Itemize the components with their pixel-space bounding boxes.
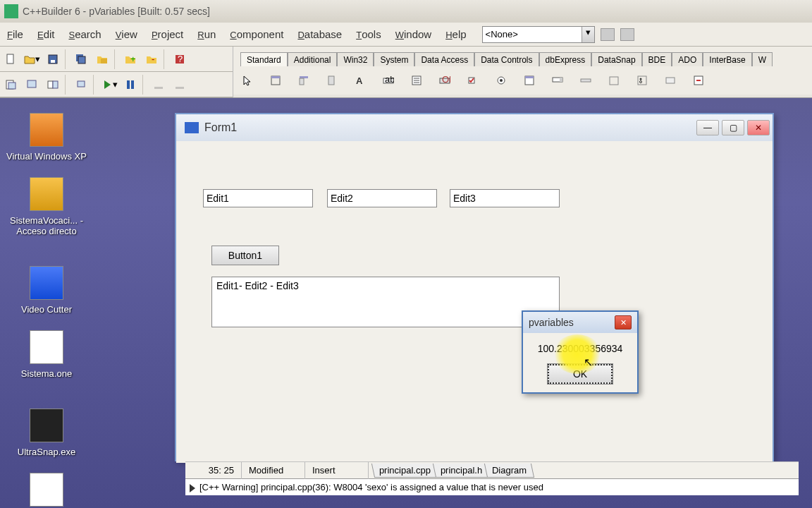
edit-component-icon[interactable]: ab — [379, 71, 398, 90]
combobox-icon[interactable] — [548, 71, 567, 90]
svg-text:-: - — [152, 54, 154, 64]
menu-search[interactable]: Search — [61, 25, 108, 43]
radiobutton-component-icon[interactable] — [491, 71, 511, 90]
memo1[interactable]: Edit1- Edit2 - Edit3 — [211, 277, 560, 327]
menu-help[interactable]: Help — [438, 25, 473, 43]
modified-indicator: Modified — [242, 462, 305, 479]
svg-rect-2 — [51, 60, 55, 63]
tab-principal-h[interactable]: principal.h — [433, 464, 491, 478]
listbox-icon[interactable] — [519, 71, 539, 90]
form-body[interactable]: Button1 Edit1- Edit2 - Edit3 — [176, 141, 773, 463]
memo-icon[interactable] — [407, 71, 426, 90]
desktop-icon-virtual-windows[interactable]: Virtual Windows XP — [4, 113, 89, 162]
toggle-form-unit-icon[interactable] — [44, 75, 62, 94]
menu-component[interactable]: Component — [223, 25, 290, 43]
tab-interbase[interactable]: InterBase — [703, 52, 751, 66]
open-project-icon[interactable] — [93, 50, 111, 68]
tab-data-controls[interactable]: Data Controls — [474, 52, 539, 66]
mainmenu-icon[interactable] — [294, 71, 314, 90]
scrollbar-icon[interactable] — [576, 71, 596, 90]
menu-database[interactable]: Database — [290, 25, 349, 43]
desktop-icon-video-cutter[interactable]: Video Cutter — [4, 266, 89, 315]
button1[interactable]: Button1 — [211, 246, 279, 265]
pause-icon[interactable] — [121, 75, 140, 94]
svg-rect-24 — [328, 76, 334, 85]
svg-rect-5 — [101, 59, 107, 64]
menu-edit[interactable]: Edit — [30, 25, 62, 43]
dialog-title-bar[interactable]: pvariables ✕ — [523, 312, 637, 333]
status-bar: 35: 25 Modified Insert principal.cpp pri… — [185, 461, 799, 478]
run-icon[interactable]: ▾ — [100, 75, 118, 94]
desktop-icon-sistema-one[interactable]: Sistema.one — [4, 330, 89, 379]
remove-file-icon[interactable]: - — [142, 50, 161, 68]
view-form-icon[interactable] — [23, 75, 41, 94]
chevron-down-icon[interactable]: ▾ — [582, 27, 594, 42]
dialog-close-icon[interactable]: ✕ — [615, 315, 632, 329]
frames-icon[interactable] — [266, 71, 285, 90]
message-panel[interactable]: [C++ Warning] principal.cpp(36): W8004 '… — [185, 478, 799, 495]
radiogroup-icon[interactable] — [632, 71, 652, 90]
checkbox-component-icon[interactable] — [463, 71, 483, 90]
trace-into-icon[interactable] — [149, 75, 168, 94]
edit1-field[interactable] — [203, 189, 313, 207]
groupbox-icon[interactable] — [604, 71, 624, 90]
svg-text:A: A — [356, 75, 363, 86]
tab-bde[interactable]: BDE — [642, 52, 672, 66]
menu-view[interactable]: View — [109, 25, 144, 43]
save-icon[interactable] — [44, 50, 62, 68]
svg-rect-38 — [525, 76, 534, 78]
actionlist-icon[interactable] — [689, 71, 708, 90]
new-form-icon[interactable] — [72, 75, 90, 94]
svg-text:?: ? — [178, 54, 183, 64]
save-all-icon[interactable] — [72, 50, 90, 68]
maximize-button[interactable]: ▢ — [722, 120, 744, 135]
help-icon[interactable]: ? — [171, 50, 189, 68]
pointer-icon[interactable] — [238, 71, 257, 90]
menu-run[interactable]: Run — [190, 25, 223, 43]
svg-text:ab: ab — [385, 75, 394, 85]
edit2-field[interactable] — [327, 189, 437, 207]
set-debug-desktop-icon[interactable] — [620, 28, 634, 41]
step-over-icon[interactable] — [171, 75, 189, 94]
button-component-icon[interactable]: OK — [435, 71, 455, 90]
menu-tools[interactable]: Tools — [349, 25, 388, 43]
combo-value: <None> — [483, 29, 582, 40]
menu-project[interactable]: Project — [144, 25, 190, 43]
form-designer-window: Form1 — ▢ ✕ Button1 Edit1- Edit2 - Edit3 — [175, 113, 774, 461]
open-icon[interactable]: ▾ — [23, 50, 41, 68]
svg-text:OK: OK — [442, 75, 450, 85]
tab-additional[interactable]: Additional — [288, 52, 338, 66]
tab-win32[interactable]: Win32 — [337, 52, 374, 66]
dialog-ok-button[interactable]: OK — [548, 364, 613, 384]
panel-icon[interactable] — [660, 71, 680, 90]
add-file-icon[interactable]: + — [121, 50, 140, 68]
menu-file[interactable]: File — [0, 25, 30, 43]
tab-principal-cpp[interactable]: principal.cpp — [371, 464, 438, 478]
mouse-cursor-icon: ↖ — [584, 356, 593, 369]
desktop-icon-sistema-vocaci[interactable]: SistemaVocaci... - Acceso directo — [4, 177, 89, 236]
expand-icon[interactable] — [190, 484, 195, 492]
new-icon[interactable] — [1, 50, 20, 68]
desktop-icon-migracion[interactable]: migracion excel.txt — [4, 473, 89, 508]
minimize-button[interactable]: — — [696, 120, 719, 135]
desktop-icon-ultrasnap[interactable]: UltraSnap.exe — [4, 409, 89, 457]
tab-dbexpress[interactable]: dbExpress — [539, 52, 592, 66]
tab-data-access[interactable]: Data Access — [414, 52, 474, 66]
desktop-combo[interactable]: <None> ▾ — [482, 26, 595, 43]
tab-datasnap[interactable]: DataSnap — [591, 52, 641, 66]
cursor-position: 35: 25 — [185, 462, 242, 479]
label-icon[interactable]: A — [350, 71, 370, 90]
save-desktop-icon[interactable] — [601, 28, 615, 41]
svg-rect-43 — [638, 76, 646, 85]
tab-system[interactable]: System — [374, 52, 414, 66]
view-unit-icon[interactable] — [1, 75, 20, 94]
edit3-field[interactable] — [450, 189, 560, 207]
form-title-bar[interactable]: Form1 — ▢ ✕ — [176, 114, 773, 141]
tab-diagram[interactable]: Diagram — [484, 464, 534, 478]
close-button[interactable]: ✕ — [747, 120, 770, 135]
tab-more[interactable]: W — [752, 52, 773, 66]
tab-standard[interactable]: Standard — [240, 52, 288, 66]
tab-ado[interactable]: ADO — [672, 52, 703, 66]
popupmenu-icon[interactable] — [322, 71, 342, 90]
menu-window[interactable]: Window — [388, 25, 438, 43]
